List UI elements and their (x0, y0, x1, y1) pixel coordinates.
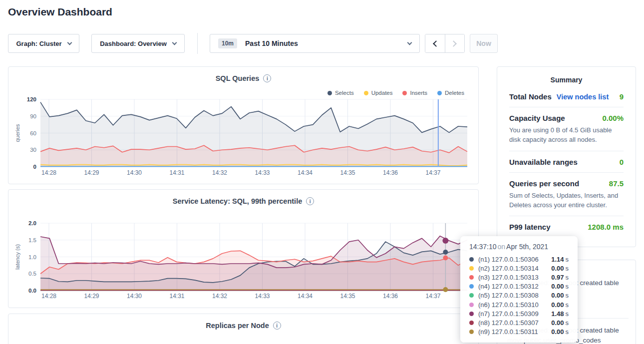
svg-text:14:37: 14:37 (425, 293, 440, 300)
node-color-dot-icon (469, 266, 474, 271)
tooltip-node-row: (n5) 127.0.0.1:503080.00s (469, 291, 569, 300)
toolbar-divider (197, 33, 198, 54)
info-icon[interactable]: i (306, 197, 314, 205)
svg-text:0: 0 (33, 164, 36, 170)
time-prev-button[interactable] (425, 34, 445, 52)
svg-text:14:32: 14:32 (212, 293, 227, 300)
view-nodes-list-link[interactable]: View nodes list (557, 93, 609, 101)
tooltip-time: 14:37:10 (469, 243, 497, 251)
sql-queries-chart[interactable]: 030609012014:2814:2914:3014:3114:3214:33… (8, 95, 478, 182)
sql-queries-panel: SQL Queries i SelectsUpdatesInsertsDelet… (8, 66, 479, 184)
summary-row-value: 0.00% (602, 114, 624, 122)
graph-dropdown-label: Graph: Cluster (16, 40, 61, 47)
tooltip-node-row: (n1) 127.0.0.1:503061.14s (469, 255, 569, 264)
tooltip-latency-unit: s (566, 274, 569, 281)
tooltip-header: 14:37:10onApr 5th, 2021 (469, 243, 569, 251)
svg-text:14:36: 14:36 (383, 169, 398, 176)
svg-text:14:35: 14:35 (340, 293, 355, 300)
info-icon[interactable]: i (263, 74, 271, 82)
service-latency-panel: Service Latency: SQL, 99th percentile i … (8, 189, 479, 308)
tooltip-node-row: (n3) 127.0.0.1:503130.97s (469, 273, 569, 282)
svg-text:14:31: 14:31 (169, 293, 184, 300)
svg-text:1.0: 1.0 (28, 254, 36, 260)
tooltip-node-address: (n5) 127.0.0.1:50308 (478, 292, 539, 299)
tooltip-node-latency: 1.14 (551, 256, 564, 263)
svg-text:1.5: 1.5 (28, 237, 36, 243)
dashboard-dropdown[interactable]: Dashboard: Overview (91, 34, 185, 53)
legend-dot-icon (437, 91, 442, 95)
time-range-dropdown[interactable]: 10m Past 10 Minutes (210, 34, 420, 53)
tooltip-node-row: (n8) 127.0.0.1:503070.00s (469, 318, 569, 327)
tooltip-node-address: (n7) 127.0.0.1:50309 (478, 310, 539, 318)
summary-row-value: 87.5 (609, 179, 624, 188)
tooltip-rows: (n1) 127.0.0.1:503061.14s(n2) 127.0.0.1:… (469, 255, 569, 337)
page-title: Overview Dashboard (8, 6, 112, 18)
tooltip-node-address: (n3) 127.0.0.1:50313 (478, 274, 539, 281)
svg-text:14:32: 14:32 (212, 169, 227, 176)
tooltip-node-row: (n2) 127.0.0.1:503140.00s (469, 264, 569, 273)
summary-row: Total NodesView nodes list9 (509, 86, 624, 107)
svg-text:0.0: 0.0 (28, 288, 36, 294)
svg-text:60: 60 (30, 130, 36, 136)
tooltip-latency-unit: s (566, 256, 569, 263)
summary-card: Summary Total NodesView nodes list9Capac… (497, 66, 636, 247)
summary-row-description: Sum of Selects, Updates, Inserts, and De… (509, 191, 624, 210)
svg-text:14:28: 14:28 (41, 169, 56, 176)
svg-text:14:34: 14:34 (298, 293, 313, 300)
svg-text:14:30: 14:30 (127, 293, 142, 300)
summary-row-label: Queries per second (509, 179, 579, 188)
tooltip-node-latency: 0.00 (551, 265, 564, 272)
svg-text:14:37: 14:37 (425, 169, 440, 176)
tooltip-node-address: (n2) 127.0.0.1:50314 (478, 265, 539, 272)
tooltip-latency-unit: s (566, 310, 569, 318)
service-latency-chart-title: Service Latency: SQL, 99th percentile (173, 197, 303, 205)
service-latency-chart[interactable]: 0.00.51.01.52.014:2814:2914:3014:3114:32… (8, 220, 478, 307)
replicas-per-node-chart-title: Replicas per Node (206, 322, 269, 330)
summary-row: Queries per second87.5Sum of Selects, Up… (509, 172, 624, 216)
svg-text:14:28: 14:28 (41, 293, 56, 300)
svg-text:14:31: 14:31 (169, 169, 184, 176)
summary-row-value: 0 (620, 158, 624, 166)
svg-text:14:29: 14:29 (84, 293, 99, 300)
summary-row-description: You are using 0 B of 4.5 GiB usable disk… (509, 126, 624, 145)
node-color-dot-icon (469, 303, 474, 307)
chevron-down-icon (172, 40, 177, 45)
chevron-down-icon (67, 40, 72, 45)
tooltip-node-address: (n1) 127.0.0.1:50306 (478, 256, 539, 263)
summary-row-label: Unavailable ranges (509, 158, 578, 166)
summary-row: Unavailable ranges0 (509, 151, 624, 172)
svg-text:queries: queries (14, 124, 20, 142)
node-color-dot-icon (469, 321, 474, 325)
tooltip-node-latency: 0.00 (551, 328, 564, 336)
summary-row-label: Capacity Usage (509, 114, 565, 122)
svg-text:0.5: 0.5 (28, 271, 36, 277)
svg-text:14:34: 14:34 (298, 169, 313, 176)
time-range-label: Past 10 Minutes (245, 39, 298, 47)
tooltip-node-latency: 0.00 (551, 292, 564, 299)
svg-text:14:30: 14:30 (127, 169, 142, 176)
summary-row-value: 9 (620, 92, 624, 101)
tooltip-latency-unit: s (566, 265, 569, 272)
info-icon[interactable]: i (273, 322, 281, 330)
summary-heading: Summary (497, 76, 636, 84)
node-color-dot-icon (469, 257, 474, 262)
legend-dot-icon (364, 91, 368, 95)
tooltip-node-address: (n9) 127.0.0.1:50311 (478, 328, 538, 336)
graph-dropdown[interactable]: Graph: Cluster (8, 34, 79, 53)
now-button[interactable]: Now (470, 34, 498, 53)
svg-text:14:33: 14:33 (255, 169, 270, 176)
tooltip-node-latency: 0.00 (551, 319, 564, 327)
tooltip-latency-unit: s (566, 283, 569, 290)
tooltip-latency-unit: s (566, 328, 569, 336)
svg-text:30: 30 (30, 147, 36, 153)
time-next-button[interactable] (445, 34, 464, 52)
tooltip-date: Apr 5th, 2021 (506, 243, 548, 251)
svg-text:14:33: 14:33 (255, 293, 270, 300)
summary-rows: Total NodesView nodes list9Capacity Usag… (497, 84, 636, 237)
tooltip-node-address: (n6) 127.0.0.1:50310 (478, 301, 539, 309)
svg-text:latency (s): latency (s) (14, 244, 20, 270)
node-color-dot-icon (469, 293, 474, 298)
node-color-dot-icon (469, 284, 474, 289)
node-color-dot-icon (469, 330, 474, 334)
tooltip-node-row: (n6) 127.0.0.1:503100.00s (469, 300, 569, 309)
